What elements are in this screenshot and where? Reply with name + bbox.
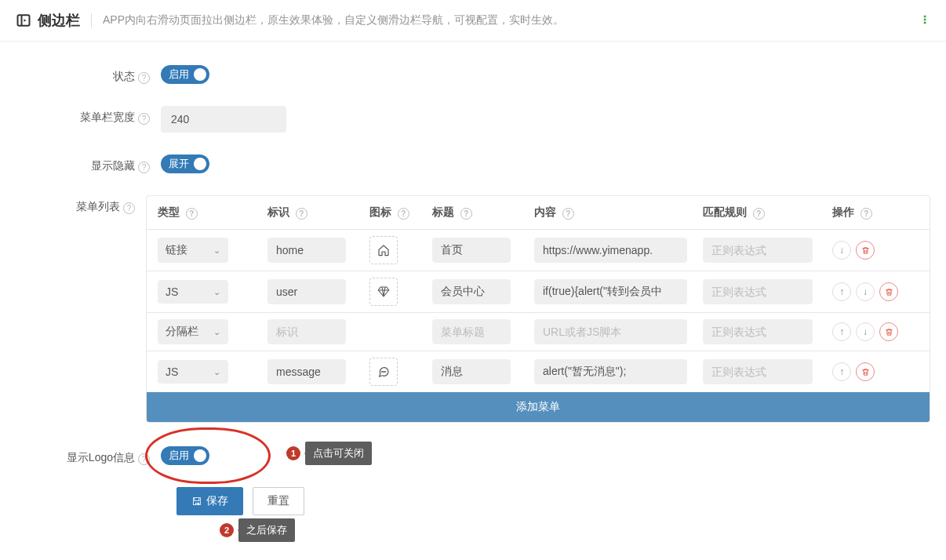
content-input[interactable] xyxy=(534,238,687,263)
annotation-2: 2 之后保存 xyxy=(220,518,295,542)
help-icon[interactable]: ? xyxy=(138,162,150,173)
anno-tip-1: 点击可关闭 xyxy=(305,442,372,465)
footer-buttons: 🖫 保存 重置 2 之后保存 xyxy=(176,487,930,515)
reset-button[interactable]: 重置 xyxy=(253,487,304,515)
showhide-switch[interactable]: 展开 xyxy=(161,155,209,173)
help-icon[interactable]: ? xyxy=(138,113,150,125)
save-icon: 🖫 xyxy=(191,496,202,507)
help-icon[interactable]: ? xyxy=(123,202,135,214)
help-icon[interactable]: ? xyxy=(860,208,872,220)
delete-button[interactable] xyxy=(879,282,898,301)
svg-marker-2 xyxy=(24,19,26,21)
menu-table: 类型 ? 标识 ? 图标 ? 标题 ? 内容 ? 匹配规则 ? 操作 ? 链接⌄… xyxy=(146,195,930,423)
move-down-button[interactable]: ↓ xyxy=(856,322,875,341)
label-logo: 显示Logo信息? xyxy=(16,446,161,465)
page-desc: APP内向右滑动页面拉出侧边栏，原生效果体验，自定义侧滑边栏导航，可视配置，实时… xyxy=(103,13,564,27)
move-down-button[interactable]: ↓ xyxy=(832,241,851,260)
type-select[interactable]: JS⌄ xyxy=(158,360,228,384)
delete-button[interactable] xyxy=(879,322,898,341)
page-title: 侧边栏 xyxy=(38,11,80,30)
delete-button[interactable] xyxy=(856,241,875,260)
type-select[interactable]: JS⌄ xyxy=(158,280,228,304)
chevron-down-icon: ⌄ xyxy=(213,367,220,377)
label-showhide: 显示隐藏? xyxy=(16,155,161,173)
row-menulist: 菜单列表? 类型 ? 标识 ? 图标 ? 标题 ? 内容 ? 匹配规则 ? 操作… xyxy=(16,195,930,423)
table-row: 链接⌄↓ xyxy=(147,229,930,271)
icon-select[interactable] xyxy=(369,278,398,306)
icon-select[interactable] xyxy=(369,358,398,386)
move-up-button[interactable]: ↑ xyxy=(832,362,851,381)
status-switch[interactable]: 启用 xyxy=(161,65,209,84)
width-input[interactable] xyxy=(161,106,286,133)
label-menulist: 菜单列表? xyxy=(16,195,146,214)
title-input[interactable] xyxy=(432,238,511,263)
title-input[interactable] xyxy=(432,319,511,344)
delete-button[interactable] xyxy=(856,362,875,381)
add-menu-button[interactable]: 添加菜单 xyxy=(147,392,930,422)
title-input[interactable] xyxy=(432,279,511,304)
ident-input[interactable] xyxy=(267,319,346,344)
sidebar-icon xyxy=(16,13,31,28)
save-button[interactable]: 🖫 保存 xyxy=(176,487,243,515)
table-row: JS⌄↑ xyxy=(147,351,930,392)
help-icon[interactable]: ? xyxy=(562,208,574,220)
chevron-down-icon: ⌄ xyxy=(213,327,220,337)
switch-knob xyxy=(194,158,206,170)
annotation-1: 1 点击可关闭 xyxy=(286,442,372,465)
divider xyxy=(91,13,92,27)
type-select[interactable]: 链接⌄ xyxy=(158,238,228,263)
svg-point-3 xyxy=(382,372,383,373)
content-input[interactable] xyxy=(534,359,687,384)
logo-switch[interactable]: 启用 xyxy=(161,446,209,465)
svg-point-5 xyxy=(385,372,386,373)
content-input[interactable] xyxy=(534,279,687,304)
table-row: JS⌄↑↓ xyxy=(147,271,930,312)
ident-input[interactable] xyxy=(267,359,346,384)
anno-badge-1: 1 xyxy=(286,446,300,460)
switch-knob xyxy=(194,68,206,81)
form: 状态? 启用 菜单栏宽度? 显示隐藏? 展开 菜单列表? xyxy=(0,42,946,547)
row-status: 状态? 启用 xyxy=(16,65,930,84)
row-logo: 显示Logo信息? 启用 1 点击可关闭 xyxy=(16,446,930,465)
chevron-down-icon: ⌄ xyxy=(213,245,220,256)
rule-input xyxy=(703,319,813,344)
table-row: 分隔栏⌄↑↓ xyxy=(147,312,930,351)
anno-badge-2: 2 xyxy=(220,523,234,537)
svg-rect-0 xyxy=(18,15,30,25)
type-select[interactable]: 分隔栏⌄ xyxy=(158,319,228,344)
help-icon[interactable]: ? xyxy=(753,208,765,220)
label-status: 状态? xyxy=(16,65,161,84)
help-icon[interactable]: ? xyxy=(398,208,409,220)
title-input[interactable] xyxy=(432,359,511,384)
help-icon[interactable]: ? xyxy=(460,208,472,220)
page-header: 侧边栏 APP内向右滑动页面拉出侧边栏，原生效果体验，自定义侧滑边栏导航，可视配… xyxy=(0,0,946,42)
move-up-button[interactable]: ↑ xyxy=(832,322,851,341)
label-width: 菜单栏宽度? xyxy=(16,106,161,125)
ident-input[interactable] xyxy=(267,238,346,263)
svg-point-4 xyxy=(384,372,384,373)
move-down-button[interactable]: ↓ xyxy=(856,282,875,301)
rule-input xyxy=(703,359,813,384)
rule-input[interactable] xyxy=(703,238,813,263)
icon-select[interactable] xyxy=(369,236,398,264)
anno-tip-2: 之后保存 xyxy=(238,518,295,542)
corner-indicator: ⠇ xyxy=(922,14,930,27)
chevron-down-icon: ⌄ xyxy=(213,287,220,297)
rule-input xyxy=(703,279,813,304)
row-showhide: 显示隐藏? 展开 xyxy=(16,155,930,173)
table-head: 类型 ? 标识 ? 图标 ? 标题 ? 内容 ? 匹配规则 ? 操作 ? xyxy=(147,196,930,229)
switch-knob xyxy=(194,449,206,462)
help-icon[interactable]: ? xyxy=(296,208,307,220)
row-width: 菜单栏宽度? xyxy=(16,106,930,133)
move-up-button[interactable]: ↑ xyxy=(832,282,851,301)
help-icon[interactable]: ? xyxy=(138,453,150,465)
help-icon[interactable]: ? xyxy=(138,72,150,84)
help-icon[interactable]: ? xyxy=(186,208,198,220)
ident-input[interactable] xyxy=(267,279,346,304)
content-input[interactable] xyxy=(534,319,687,344)
